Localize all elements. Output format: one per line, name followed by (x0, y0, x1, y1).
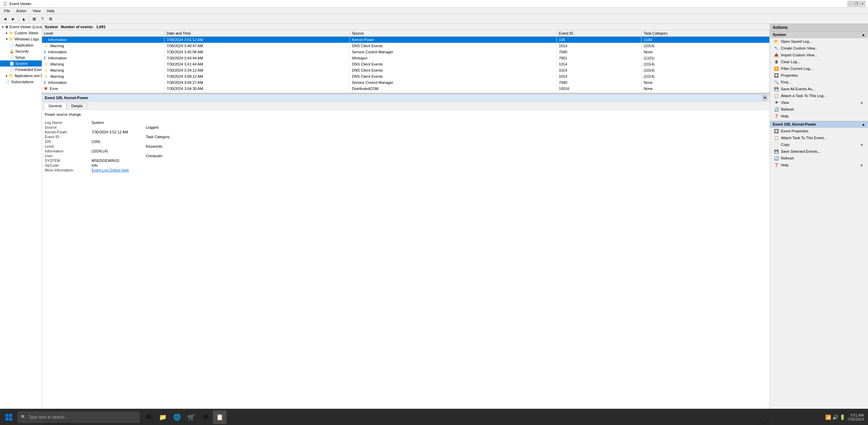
taskbar-clock[interactable]: 3:51 AM 7/30/2024 (847, 413, 864, 421)
detail-close-button[interactable]: ✕ (762, 95, 767, 100)
action-event-properties[interactable]: 🔲 Event Properties (770, 128, 868, 134)
menu-action[interactable]: Action (14, 8, 29, 14)
action-label: Attach Task To This Event... (781, 136, 864, 140)
tree-item-setup[interactable]: 📄 Setup (0, 54, 42, 60)
toolbar-help-button[interactable]: ? (39, 15, 46, 23)
toolbar-up-button[interactable]: ▲ (20, 15, 27, 23)
taskbar-start-button[interactable] (2, 410, 16, 424)
table-row[interactable]: ⚠ Warning 7/30/2024 3:41:44 AM DNS Clien… (42, 61, 770, 67)
field-level-keywords: Information (1024),(4) (45, 149, 767, 153)
col-datetime-cell: 7/30/2024 3:08:12 AM (164, 73, 350, 79)
col-level-cell: ⚠ Warning (42, 67, 164, 73)
tab-details[interactable]: Details (67, 103, 87, 109)
action-save-all-events[interactable]: 💾 Save All Events As... (770, 86, 868, 92)
restore-button[interactable]: ❐ (854, 1, 859, 6)
taskbar-mail-button[interactable]: ✉ (199, 410, 212, 424)
table-row[interactable]: ⚠ Warning 7/30/2024 3:48:47 AM DNS Clien… (42, 43, 770, 49)
action-refresh-event[interactable]: 🔄 Refresh (770, 155, 868, 162)
col-source-cell: DNS Client Events (350, 43, 557, 49)
action-attach-task-to-log[interactable]: 📋 Attach a Task To This Log... (770, 92, 868, 99)
action-copy[interactable]: 📄 Copy ► (770, 141, 868, 148)
submenu-arrow: ► (860, 100, 864, 105)
toolbar-action-button[interactable]: ⊠ (31, 15, 38, 23)
expand-arrow[interactable]: ▼ (1, 25, 4, 29)
tray-network-icon[interactable]: 📶 (825, 414, 831, 420)
action-import-custom-view[interactable]: 📥 Import Custom View... (770, 52, 868, 58)
action-properties[interactable]: 🔲 Properties (770, 72, 868, 79)
action-open-saved-log[interactable]: 📂 Open Saved Log... (770, 38, 868, 45)
action-view[interactable]: 👁 View ► (770, 99, 868, 106)
toolbar-settings-button[interactable]: ⚙ (47, 15, 54, 23)
tree-item-windows-logs[interactable]: ▼ 📁 Windows Logs (0, 36, 42, 42)
table-row[interactable]: ⚠ Warning 7/30/2024 3:34:12 AM DNS Clien… (42, 67, 770, 73)
toolbar-forward-button[interactable]: ► (9, 15, 17, 23)
col-source-cell: Kernel-Power (350, 37, 557, 43)
taskbar-edge-button[interactable]: 🌐 (170, 410, 184, 424)
col-eventid-cell: 1014 (557, 67, 642, 73)
tree-item-subscriptions[interactable]: 📄 Subscriptions (0, 79, 42, 85)
tree-item-label: Forwarded Events (15, 68, 42, 72)
tree-item-system[interactable]: 📄 System (0, 60, 42, 67)
level-icon: ⚠ (44, 68, 48, 73)
action-filter-current-log[interactable]: 🔽 Filter Current Log... (770, 65, 868, 72)
col-datetime-cell: 7/30/2024 3:48:47 AM (164, 43, 350, 49)
tree-item-security[interactable]: 🔒 Security (0, 48, 42, 54)
detail-header: Event 105, Kernel-Power ✕ (42, 94, 770, 101)
action-section-system[interactable]: System ▲ (770, 31, 868, 38)
action-label: Save All Events As... (781, 87, 864, 91)
menu-view[interactable]: View (30, 8, 43, 14)
action-find[interactable]: 🔍 Find... (770, 79, 868, 86)
attach-icon: 📋 (774, 94, 779, 98)
table-row[interactable]: ℹ Information 7/30/2024 3:51:12 AM Kerne… (42, 37, 770, 43)
event-table-container[interactable]: Level Date and Time Source Event ID Task… (42, 30, 770, 93)
action-attach-task-to-event[interactable]: 📋 Attach Task To This Event... (770, 134, 868, 141)
col-category[interactable]: Task Category (642, 30, 770, 37)
menu-help[interactable]: Help (44, 8, 57, 14)
toolbar-back-button[interactable]: ◄ (1, 15, 9, 23)
tree-item-application[interactable]: 📄 Application (0, 42, 42, 48)
close-button[interactable]: ✕ (860, 1, 865, 6)
minimize-button[interactable]: ─ (848, 1, 853, 6)
taskbar-task-view-button[interactable]: ⧉ (142, 410, 155, 424)
menu-file[interactable]: File (1, 8, 13, 14)
tab-general[interactable]: General (44, 103, 66, 109)
tray-volume-icon[interactable]: 🔊 (832, 414, 838, 420)
expand-arrow[interactable]: ► (5, 74, 8, 77)
table-row[interactable]: ⚠ Warning 7/30/2024 3:08:12 AM DNS Clien… (42, 73, 770, 79)
col-eventid[interactable]: Event ID (557, 30, 642, 37)
table-row[interactable]: ℹ Information 7/30/2024 3:45:08 AM Servi… (42, 49, 770, 55)
action-help-system[interactable]: ❓ Help (770, 113, 868, 119)
action-help-event[interactable]: ❓ Help ► (770, 162, 868, 168)
col-eventid-cell: 105 (557, 37, 642, 43)
action-save-selected-events[interactable]: 💾 Save Selected Events... (770, 148, 868, 155)
col-datetime[interactable]: Date and Time (164, 30, 350, 37)
tree-item-custom-views[interactable]: ► 📁 Custom Views (0, 30, 42, 36)
tree-panel: ▼ 🖥 Event Viewer (Local) ► 📁 Custom View… (0, 24, 42, 425)
expand-arrow[interactable]: ► (5, 32, 8, 35)
col-level[interactable]: Level (42, 30, 164, 37)
field-value: Keywords: (92, 144, 767, 148)
tree-item-event-viewer[interactable]: ▼ 🖥 Event Viewer (Local) (0, 24, 42, 30)
col-source[interactable]: Source (350, 30, 557, 37)
tree-item-forwarded-events[interactable]: 📄 Forwarded Events (0, 67, 42, 73)
event-log-online-help-link[interactable]: Event Log Online Help (92, 168, 767, 172)
action-create-custom-view[interactable]: 🔧 Create Custom View... (770, 45, 868, 52)
expand-arrow[interactable]: ▼ (5, 38, 8, 41)
level-icon: ⚠ (44, 62, 48, 67)
actions-panel: Actions System ▲ 📂 Open Saved Log... 🔧 C… (770, 24, 868, 425)
taskbar-app-button[interactable]: 📋 (213, 410, 226, 424)
field-label: Log Name: (45, 121, 89, 125)
tray-battery-icon[interactable]: 🔋 (840, 414, 845, 420)
table-row[interactable]: ℹ Information 7/30/2024 3:06:27 AM Servi… (42, 79, 770, 86)
table-row[interactable]: ℹ Information 7/30/2024 3:44:44 AM Winlo… (42, 55, 770, 61)
computer-value: MSEDGEWIN10 (92, 159, 767, 163)
action-clear-log[interactable]: 🗑 Clear Log... (770, 58, 868, 65)
tree-item-apps-services[interactable]: ► 📁 Applications and Services Lo... (0, 73, 42, 79)
action-refresh-system[interactable]: 🔄 Refresh (770, 106, 868, 113)
taskbar-file-explorer-button[interactable]: 📁 (156, 410, 170, 424)
detail-content: Power source change. Log Name: System So… (42, 110, 770, 420)
taskbar-store-button[interactable]: 🛒 (184, 410, 198, 424)
table-row[interactable]: ✖ Error 7/30/2024 3:04:30 AM Distributed… (42, 86, 770, 92)
taskbar-search[interactable]: 🔍 Type here to search (18, 411, 140, 423)
action-section-event[interactable]: Event 105, Kernel-Power ▲ (770, 121, 868, 128)
